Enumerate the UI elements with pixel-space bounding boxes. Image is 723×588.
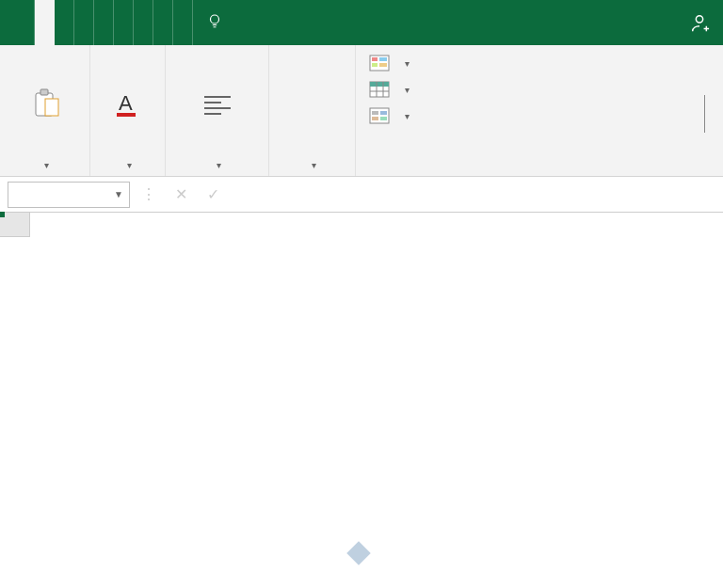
column-headers xyxy=(30,213,723,237)
tab-insert[interactable] xyxy=(55,0,74,45)
group-alignment: ▾ xyxy=(166,45,269,176)
svg-point-1 xyxy=(696,16,702,23)
svg-rect-6 xyxy=(117,113,136,117)
tell-me-input[interactable] xyxy=(231,14,419,31)
enter-formula-button[interactable]: ✓ xyxy=(200,182,226,208)
svg-rect-22 xyxy=(372,111,378,115)
chevron-down-icon: ▾ xyxy=(44,160,49,170)
svg-text:A: A xyxy=(119,91,133,115)
format-as-table-button[interactable]: ▾ xyxy=(365,79,687,100)
lightbulb-icon xyxy=(206,12,223,34)
name-box[interactable]: ▼ xyxy=(8,182,130,208)
tab-view[interactable] xyxy=(153,0,173,45)
tab-file[interactable] xyxy=(15,0,35,45)
chevron-down-icon: ▼ xyxy=(114,189,123,199)
svg-rect-12 xyxy=(372,57,378,61)
tab-home[interactable] xyxy=(35,0,55,45)
cell-styles-button[interactable]: ▾ xyxy=(365,105,687,126)
formula-input[interactable] xyxy=(249,186,715,203)
group-styles: ▾ ▾ ▾ xyxy=(356,45,697,176)
font-color-icon[interactable]: A xyxy=(109,86,147,123)
chevron-down-icon: ▾ xyxy=(127,160,132,170)
percent-icon[interactable] xyxy=(294,86,331,123)
ribbon: ▾ A ▾ ▾ ▾ xyxy=(0,45,723,177)
conditional-formatting-icon xyxy=(369,55,390,72)
alignment-icon[interactable] xyxy=(199,86,236,123)
svg-rect-15 xyxy=(379,63,387,67)
select-all-corner[interactable] xyxy=(0,213,30,237)
format-as-table-icon xyxy=(369,81,390,98)
tab-page-layout[interactable] xyxy=(74,0,94,45)
group-styles-label xyxy=(365,167,687,174)
chevron-down-icon: ▾ xyxy=(405,111,410,121)
cancel-formula-button[interactable]: ✕ xyxy=(168,182,194,208)
chevron-down-icon: ▾ xyxy=(217,160,221,170)
group-truncated xyxy=(697,45,723,176)
group-alignment-label[interactable]: ▾ xyxy=(209,156,225,174)
svg-rect-25 xyxy=(380,117,387,120)
clipboard-icon[interactable] xyxy=(26,86,64,123)
group-number: ▾ xyxy=(269,45,356,176)
share-button[interactable] xyxy=(676,0,723,45)
worksheet-grid[interactable] xyxy=(0,213,723,588)
svg-rect-4 xyxy=(45,99,58,116)
chevron-down-icon: ▾ xyxy=(405,58,410,69)
svg-point-0 xyxy=(211,15,219,24)
group-font: A ▾ xyxy=(90,45,166,176)
svg-rect-13 xyxy=(379,57,387,61)
chevron-down-icon: ▾ xyxy=(405,85,410,95)
tab-data[interactable] xyxy=(114,0,134,45)
chevron-down-icon: ▾ xyxy=(312,160,316,170)
formula-divider: ⋮ xyxy=(136,182,162,208)
svg-rect-23 xyxy=(380,111,387,115)
formula-bar: ▼ ⋮ ✕ ✓ xyxy=(0,177,723,213)
conditional-formatting-button[interactable]: ▾ xyxy=(365,53,687,73)
svg-rect-24 xyxy=(372,117,378,120)
group-clipboard: ▾ xyxy=(0,45,90,176)
tab-help[interactable] xyxy=(173,0,193,45)
group-font-label[interactable]: ▾ xyxy=(120,156,136,174)
svg-rect-3 xyxy=(40,89,48,95)
svg-rect-21 xyxy=(370,108,389,123)
watermark xyxy=(350,545,373,562)
svg-rect-17 xyxy=(370,82,389,87)
group-number-label[interactable]: ▾ xyxy=(304,156,320,174)
tab-formulas[interactable] xyxy=(94,0,114,45)
menu-tabs xyxy=(0,0,723,45)
cell-styles-icon xyxy=(369,107,390,124)
tab-review[interactable] xyxy=(134,0,153,45)
tell-me-search[interactable] xyxy=(193,0,676,45)
svg-rect-14 xyxy=(372,63,378,67)
watermark-logo-icon xyxy=(346,541,370,564)
group-clipboard-label[interactable]: ▾ xyxy=(37,156,53,174)
